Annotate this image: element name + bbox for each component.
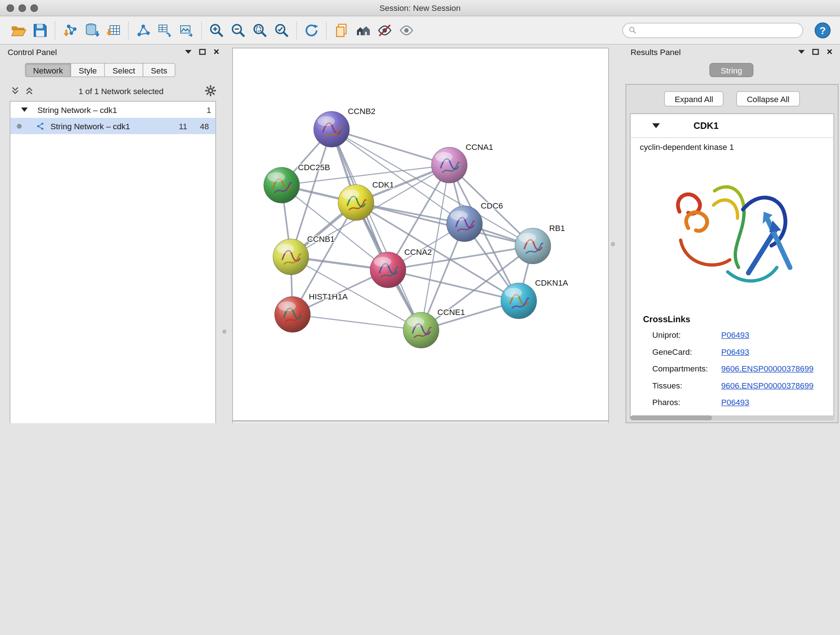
right-splitter-handle[interactable] [611,242,615,246]
string-results-tab[interactable]: String [709,63,753,77]
export-image-icon [179,22,195,38]
network-view-footer: String Network – cdk1 1 – 0 0 – 0 [232,421,609,424]
network-node[interactable]: CDKN1A [501,279,568,319]
minimize-window-button[interactable] [19,4,26,12]
tab-network[interactable]: Network [25,63,71,77]
crosslink-label: Uniprot: [652,330,722,340]
help-icon: ? [814,21,831,39]
crosslink-link[interactable]: 9606.ENSP00000378699 [722,364,813,373]
expand-all-button[interactable]: Expand All [665,91,723,106]
zoom-out-button[interactable] [227,19,249,42]
crosslink-link[interactable]: P06493 [722,330,750,340]
eye-icon [398,22,415,38]
save-icon [32,22,49,38]
export-image-button[interactable] [176,19,197,42]
import-network-file-icon [62,22,78,38]
float-panel-icon[interactable] [199,49,206,55]
network-label: String Network – cdk1 [51,121,130,131]
toolbar-separator [296,21,297,40]
network-selection-summary: 1 of 1 Network selected [38,86,204,96]
results-panel-header: Results Panel × [623,44,840,59]
import-table-from-file-button[interactable] [103,19,125,42]
crosslinks-rows: Uniprot:P06493GeneCard:P06493Compartment… [630,326,834,411]
zoom-in-icon [208,22,225,38]
network-edge[interactable] [293,315,422,331]
network-node[interactable]: CCNA1 [431,143,493,183]
network-node[interactable]: CDK1 [338,180,394,220]
apply-layout-button[interactable] [301,19,322,42]
network-node[interactable]: RB1 [515,224,565,264]
import-network-from-file-button[interactable] [59,19,81,42]
import-table-icon [105,22,122,38]
results-panel: Results Panel × String Expand All Collap… [623,44,840,423]
import-network-from-database-button[interactable] [81,19,103,42]
node-label: CCNB2 [348,107,376,116]
network-canvas[interactable]: CCNB2CCNA1CDC25BCDK1CDC6RB1CCNB1CCNA2CDK… [233,49,608,421]
crosslink-row: Pharos:P06493 [630,394,834,411]
control-panel-tabs: Network Style Select Sets [25,63,175,77]
network-node[interactable]: CCNB1 [273,234,335,275]
close-panel-icon[interactable]: × [213,48,219,55]
close-window-button[interactable] [6,4,14,12]
title-bar: Session: New Session [0,0,840,16]
network-node[interactable]: CDC6 [447,201,503,242]
window-title: Session: New Session [379,3,461,13]
control-panel: Control Panel × Network Style Select Set… [0,44,227,423]
network-options-button[interactable] [204,84,217,97]
collection-label: String Network – cdk1 [38,105,117,114]
zoom-in-button[interactable] [206,19,227,42]
crosslink-label: Compartments: [652,364,722,373]
zoom-window-button[interactable] [30,4,38,12]
open-session-button[interactable] [8,19,29,42]
eye-slash-icon [377,22,393,38]
tab-sets[interactable]: Sets [143,63,175,77]
expand-all-tree-icon[interactable] [10,86,21,96]
results-scrollbar[interactable] [630,416,835,421]
crosslink-link[interactable]: P06493 [722,397,750,407]
control-panel-header: Control Panel × [0,44,227,59]
crosslink-label: Tissues: [652,381,722,390]
results-panel-title: Results Panel [630,47,681,57]
node-layer: CCNB2CCNA1CDC25BCDK1CDC6RB1CCNB1CCNA2CDK… [264,107,568,348]
results-scrollbar-thumb[interactable] [630,416,712,421]
tab-select[interactable]: Select [104,63,144,77]
toolbar-separator [128,21,129,40]
refresh-icon [303,22,320,38]
node-label: CCNA2 [404,248,432,257]
float-panel-icon[interactable] [813,49,819,55]
left-splitter-handle[interactable] [223,330,226,334]
show-graphics-details-button[interactable] [396,19,417,42]
tab-style[interactable]: Style [71,63,105,77]
crosslink-link[interactable]: P06493 [722,347,750,356]
network-edge[interactable] [388,270,519,301]
crosslink-row: GeneCard:P06493 [630,343,834,360]
zoom-fit-button[interactable] [249,19,271,42]
new-network-button[interactable] [133,19,154,42]
network-edge[interactable] [332,129,450,165]
network-node[interactable]: HIST1H1A [275,292,347,333]
gene-name: CDK1 [693,120,718,131]
disclosure-triangle-icon[interactable] [21,108,28,112]
zoom-selected-button[interactable] [271,19,293,42]
toolbar-separator [202,21,202,40]
overview-button[interactable] [352,19,374,42]
search-input[interactable] [640,25,797,35]
collapse-section-icon[interactable] [652,124,660,128]
close-panel-icon[interactable]: × [827,48,832,55]
panel-menu-icon[interactable] [185,50,192,54]
copy-button[interactable] [331,19,352,42]
application-window: Session: New Session ? Control [0,0,840,423]
crosslink-link[interactable]: 9606.ENSP00000378699 [722,381,813,390]
new-network-from-table-button[interactable] [154,19,176,42]
network-row-selected[interactable]: String Network – cdk1 11 48 [11,118,216,134]
help-button[interactable]: ? [814,21,831,39]
panel-menu-icon[interactable] [798,50,805,54]
collapse-all-button[interactable]: Collapse All [737,91,800,106]
save-session-button[interactable] [29,19,51,42]
network-collection-row[interactable]: String Network – cdk1 1 [11,102,216,118]
collapse-all-tree-icon[interactable] [24,86,35,96]
crosslink-row: Uniprot:P06493 [630,326,834,344]
hide-graphics-details-button[interactable] [374,19,396,42]
network-node[interactable]: CCNB2 [314,107,376,147]
gene-section-header[interactable]: CDK1 [630,114,834,138]
